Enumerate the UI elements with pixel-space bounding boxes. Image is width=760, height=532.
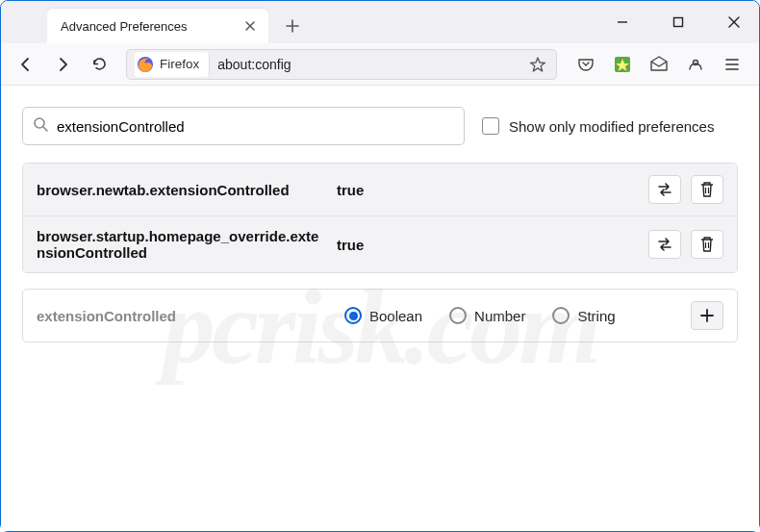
reload-button[interactable] [84,49,114,80]
browser-window: Advanced Preferences [0,0,760,532]
type-radio-group: Boolean Number String [344,307,671,324]
radio-icon [344,307,362,324]
forward-button[interactable] [47,49,78,80]
preference-name: browser.newtab.extensionControlled [37,182,325,198]
search-row: Show only modified preferences [22,107,738,145]
tab-active[interactable]: Advanced Preferences [47,9,268,43]
preference-row: browser.startup.homepage_override.extens… [23,216,737,272]
bookmark-star-icon[interactable] [527,54,548,75]
account-icon[interactable] [682,51,709,78]
navigation-toolbar: Firefox about:config [1,43,759,86]
identity-label: Firefox [160,57,199,71]
content-area: Show only modified preferences browser.n… [1,86,759,531]
show-modified-label: Show only modified preferences [509,118,714,135]
preference-value: true [337,182,637,198]
delete-button[interactable] [691,175,723,204]
extension-green-icon[interactable] [609,51,636,78]
close-window-button[interactable] [717,7,751,38]
svg-rect-0 [674,18,683,27]
toggle-button[interactable] [648,230,681,259]
identity-box[interactable]: Firefox [135,52,210,77]
maximize-button[interactable] [661,7,696,38]
radio-label: Number [474,308,525,324]
toolbar-extension-icons [569,51,749,78]
firefox-icon [137,56,154,73]
preference-row: browser.newtab.extensionControlled true [23,164,737,216]
tab-bar: Advanced Preferences [1,1,759,43]
menu-icon[interactable] [719,51,746,78]
preference-search[interactable] [22,107,465,145]
close-tab-icon[interactable] [241,17,259,35]
minimize-button[interactable] [605,7,640,38]
preference-value: true [337,237,637,253]
url-text: about:config [217,57,519,72]
radio-string[interactable]: String [552,307,615,324]
row-actions [648,175,723,204]
radio-boolean[interactable]: Boolean [344,307,422,324]
radio-label: String [577,308,615,324]
add-button[interactable] [691,301,723,330]
radio-label: Boolean [369,308,422,324]
radio-icon [552,307,570,324]
radio-number[interactable]: Number [449,307,525,324]
show-modified-checkbox[interactable]: Show only modified preferences [482,117,714,135]
address-bar[interactable]: Firefox about:config [126,49,557,80]
delete-button[interactable] [691,230,723,259]
preference-name: browser.startup.homepage_override.extens… [37,228,325,261]
row-actions [648,230,723,259]
toggle-button[interactable] [648,175,681,204]
new-preference-name: extensionControlled [37,308,325,324]
search-input[interactable] [57,118,454,135]
preference-list: browser.newtab.extensionControlled true … [22,163,738,273]
window-controls [605,1,751,43]
new-tab-button[interactable] [278,12,307,40]
tab-title: Advanced Preferences [61,19,241,34]
pocket-icon[interactable] [572,51,599,78]
search-icon [33,116,49,137]
svg-point-3 [694,60,698,64]
back-button[interactable] [11,49,41,80]
mail-icon[interactable] [646,51,672,78]
checkbox-icon [482,117,499,135]
radio-icon [449,307,467,324]
add-preference-row: extensionControlled Boolean Number Strin… [22,289,738,342]
